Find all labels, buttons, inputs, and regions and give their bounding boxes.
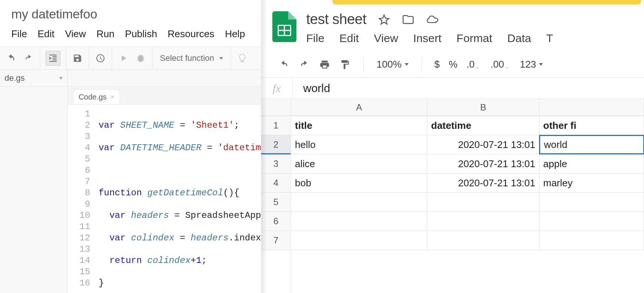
move-folder-icon[interactable] bbox=[402, 13, 415, 26]
currency-button[interactable]: $ bbox=[434, 59, 440, 70]
dropdown-icon bbox=[405, 63, 409, 66]
formula-bar: fx world bbox=[261, 78, 644, 99]
sheets-logo-icon[interactable] bbox=[272, 11, 296, 44]
cell[interactable]: marley bbox=[539, 174, 644, 192]
select-all-corner[interactable] bbox=[261, 99, 291, 116]
row-header[interactable]: 1 bbox=[261, 116, 291, 135]
col-header[interactable]: B bbox=[427, 99, 539, 116]
redo-icon[interactable] bbox=[23, 52, 35, 64]
code-content: var SHEET_NAME = 'Sheet1'; var DATETIME_… bbox=[95, 105, 261, 293]
cell[interactable] bbox=[427, 231, 539, 250]
sheets-menu-file[interactable]: File bbox=[306, 32, 324, 45]
cell[interactable] bbox=[291, 212, 427, 231]
file-sidebar bbox=[0, 87, 68, 293]
line-gutter: 12345678910111213141516 bbox=[68, 105, 95, 293]
menu-help[interactable]: Help bbox=[225, 28, 245, 40]
paint-format-icon[interactable] bbox=[339, 59, 351, 70]
cell[interactable] bbox=[539, 193, 644, 211]
menu-view[interactable]: View bbox=[65, 28, 86, 40]
document-title[interactable]: test sheet bbox=[306, 11, 366, 27]
cell[interactable]: hello bbox=[291, 135, 427, 154]
run-icon[interactable] bbox=[117, 52, 129, 64]
file-list-item[interactable]: de.gs bbox=[0, 70, 68, 86]
close-icon[interactable]: × bbox=[110, 93, 114, 101]
project-title[interactable]: my datetimefoo bbox=[0, 0, 261, 21]
cell[interactable] bbox=[291, 231, 427, 250]
row-header[interactable]: 4 bbox=[261, 174, 291, 193]
row-header[interactable]: 7 bbox=[261, 231, 291, 250]
tab-label: Code.gs bbox=[79, 93, 107, 101]
formula-input[interactable]: world bbox=[293, 82, 330, 95]
cell[interactable]: alice bbox=[291, 154, 427, 173]
undo-icon[interactable] bbox=[5, 52, 17, 64]
sheets-menu-tools[interactable]: T bbox=[546, 32, 553, 45]
sheets-menu-data[interactable]: Data bbox=[507, 32, 531, 45]
cell[interactable] bbox=[427, 193, 539, 211]
fx-label: fx bbox=[261, 78, 293, 98]
cell[interactable]: title bbox=[291, 116, 427, 135]
cell[interactable] bbox=[539, 212, 644, 231]
save-icon[interactable] bbox=[71, 52, 84, 64]
sheets-menu-format[interactable]: Format bbox=[457, 32, 492, 45]
cell[interactable]: 2020-07-21 13:01 bbox=[427, 154, 539, 173]
cell[interactable]: other fi bbox=[539, 116, 644, 135]
script-menu-bar: File Edit View Run Publish Resources Hel… bbox=[0, 21, 261, 47]
cell[interactable]: 2020-07-21 13:01 bbox=[427, 135, 539, 154]
function-selector[interactable]: Select function bbox=[152, 53, 231, 63]
dropdown-icon bbox=[539, 63, 543, 66]
zoom-selector[interactable]: 100% bbox=[377, 59, 409, 70]
sheets-menu-view[interactable]: View bbox=[374, 32, 398, 45]
undo-icon[interactable] bbox=[278, 59, 290, 70]
cell[interactable] bbox=[539, 231, 644, 250]
cell[interactable] bbox=[291, 193, 427, 211]
print-icon[interactable] bbox=[319, 59, 330, 70]
file-name-label: de.gs bbox=[5, 73, 25, 83]
more-formats-button[interactable]: 123 bbox=[520, 59, 543, 70]
lightbulb-icon[interactable] bbox=[236, 52, 248, 64]
script-toolbar: Select function bbox=[0, 47, 261, 70]
cell[interactable]: 2020-07-21 13:01 bbox=[427, 174, 539, 192]
row-header[interactable]: 3 bbox=[261, 154, 291, 174]
increase-decimal-button[interactable]: .00→ bbox=[491, 59, 511, 70]
cell[interactable] bbox=[427, 212, 539, 231]
menu-publish[interactable]: Publish bbox=[125, 28, 157, 40]
col-header[interactable]: A bbox=[291, 99, 427, 116]
triggers-icon[interactable] bbox=[94, 52, 106, 64]
cell[interactable]: bob bbox=[291, 174, 427, 192]
code-editor[interactable]: 12345678910111213141516 var SHEET_NAME =… bbox=[68, 105, 261, 293]
menu-edit[interactable]: Edit bbox=[38, 28, 55, 40]
redo-icon[interactable] bbox=[299, 59, 310, 70]
cloud-saved-icon[interactable] bbox=[426, 13, 439, 26]
row-header[interactable]: 5 bbox=[261, 193, 291, 212]
menu-run[interactable]: Run bbox=[97, 28, 115, 40]
sheets-menu-insert[interactable]: Insert bbox=[413, 32, 442, 45]
editor-tab[interactable]: Code.gs × bbox=[73, 89, 120, 104]
dropdown-icon bbox=[59, 77, 63, 80]
dropdown-icon bbox=[219, 57, 223, 60]
notification-bar bbox=[333, 0, 641, 5]
sheets-menu-bar: File Edit View Insert Format Data T bbox=[306, 32, 553, 45]
menu-file[interactable]: File bbox=[11, 28, 27, 40]
col-header[interactable] bbox=[539, 99, 644, 116]
sheets-toolbar: 100% $ % .0← .00→ 123 bbox=[261, 51, 644, 78]
active-cell[interactable]: world bbox=[539, 135, 644, 154]
star-icon[interactable] bbox=[378, 13, 390, 26]
sheets-menu-edit[interactable]: Edit bbox=[339, 32, 359, 45]
indent-icon[interactable] bbox=[46, 51, 61, 66]
row-header[interactable]: 6 bbox=[261, 212, 291, 231]
cell[interactable]: datetime bbox=[427, 116, 539, 135]
google-sheets: test sheet File Edit View Insert Format … bbox=[261, 0, 644, 293]
debug-icon[interactable] bbox=[135, 52, 147, 64]
row-header[interactable]: 2 bbox=[261, 135, 291, 154]
cell[interactable]: apple bbox=[539, 154, 644, 173]
percent-button[interactable]: % bbox=[449, 59, 457, 70]
function-selector-label: Select function bbox=[160, 53, 214, 63]
menu-resources[interactable]: Resources bbox=[168, 28, 214, 40]
spreadsheet-grid[interactable]: 1 2 3 4 5 6 7 A B title datetime bbox=[261, 99, 644, 293]
decrease-decimal-button[interactable]: .0← bbox=[466, 59, 481, 70]
apps-script-editor: my datetimefoo File Edit View Run Publis… bbox=[0, 0, 261, 293]
